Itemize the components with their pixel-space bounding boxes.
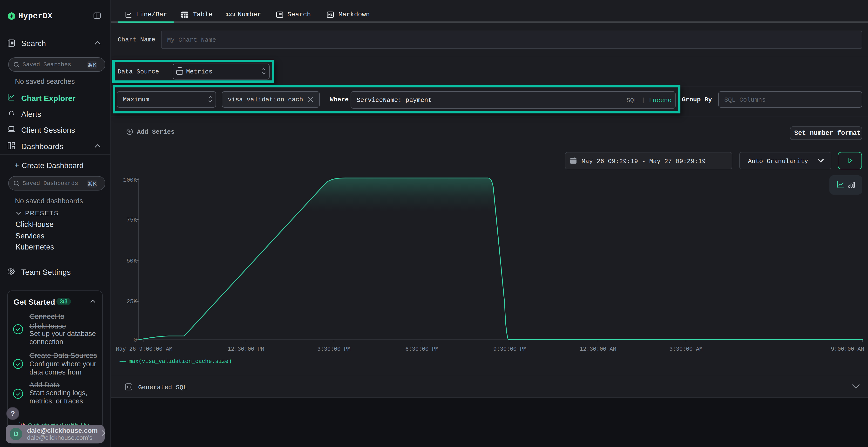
svg-text:9:30:00 PM: 9:30:00 PM <box>493 346 527 352</box>
svg-text:25K: 25K <box>127 299 137 305</box>
svg-text:0: 0 <box>133 337 137 343</box>
svg-text:12:30:00 AM: 12:30:00 AM <box>580 346 616 352</box>
svg-text:May 26 9:00:00 AM: May 26 9:00:00 AM <box>116 346 173 352</box>
svg-text:100K: 100K <box>123 177 137 183</box>
svg-text:12:30:00 PM: 12:30:00 PM <box>227 346 264 352</box>
svg-text:75K: 75K <box>127 217 137 223</box>
svg-text:3:30:00 PM: 3:30:00 PM <box>317 346 350 352</box>
svg-text:50K: 50K <box>127 258 137 264</box>
svg-text:6:30:00 PM: 6:30:00 PM <box>405 346 439 352</box>
svg-text:9:00:00 AM: 9:00:00 AM <box>831 346 864 352</box>
svg-text:3:30:00 AM: 3:30:00 AM <box>669 346 703 352</box>
